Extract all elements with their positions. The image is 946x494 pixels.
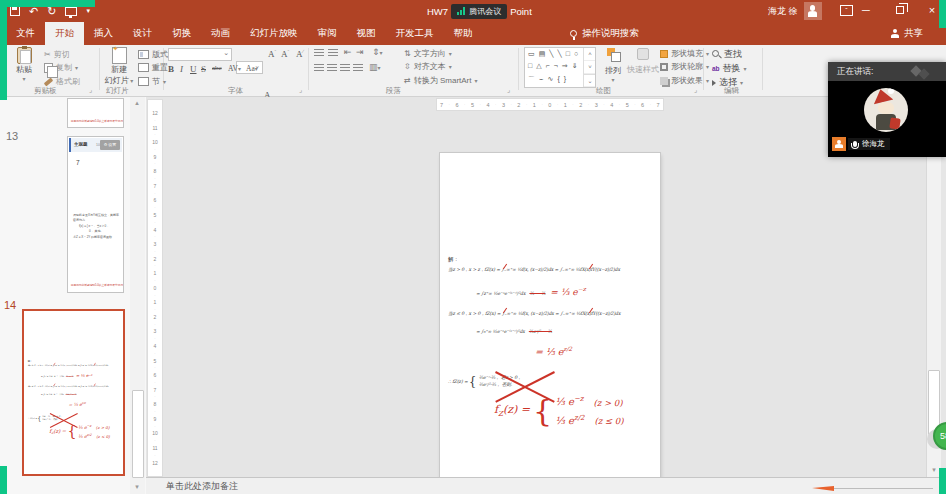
subscript-abc-icon[interactable]: abc (212, 64, 222, 72)
paste-dropdown-icon[interactable]: ▾ (22, 75, 25, 82)
find-button[interactable]: 查找 (712, 48, 742, 61)
select-dropdown-icon[interactable]: ▾ (740, 79, 743, 86)
text-direction-button[interactable]: ⇅ 文字方向 ▾ (404, 48, 452, 59)
notes-placeholder[interactable]: 单击此处添加备注 (166, 480, 238, 493)
section-dropdown-icon[interactable]: ▾ (163, 78, 166, 85)
bullets-icon[interactable] (314, 49, 324, 57)
tell-me-search[interactable]: 操作说明搜索 (570, 22, 639, 45)
shape-gallery[interactable]: ▭▤╲╲□○ □△⌐¬⇒⇓ ⌒⌣∿{} ˄ ˅ ⌄ (524, 47, 596, 88)
shape-glyph[interactable]: ⇓ (572, 62, 578, 70)
ribbon-tab[interactable]: 设计 (123, 22, 162, 45)
shape-fill-button[interactable]: 形状填充 ▾ (660, 48, 709, 59)
shape-glyph[interactable]: ▭ (528, 50, 535, 58)
ribbon-tab[interactable]: 切换 (162, 22, 201, 45)
save-icon[interactable] (10, 6, 20, 16)
shape-glyph[interactable]: } (564, 75, 566, 85)
ribbon-tab[interactable]: 开发工具 (386, 22, 444, 45)
gallery-scroll-down-icon[interactable]: ˅ (584, 61, 596, 74)
account-block[interactable]: 海龙 徐 (768, 2, 822, 20)
ribbon-tab[interactable]: 插入 (84, 22, 123, 45)
thumbnail-scroll-up-icon[interactable]: ▴ (131, 99, 143, 107)
copy-button[interactable]: 复制 ▾ (44, 62, 78, 73)
font-name-combobox[interactable] (168, 48, 232, 61)
clipboard-dialog-launcher-icon[interactable]: ⌟ (89, 86, 92, 94)
font-dialog-launcher-icon[interactable]: ⌟ (299, 86, 302, 94)
shape-glyph[interactable]: □ (528, 62, 532, 70)
thumbnail-scrollbar-thumb[interactable] (132, 390, 144, 478)
ribbon-tab[interactable]: 开始 (45, 22, 84, 45)
justify-icon[interactable] (353, 64, 363, 72)
thumbnail-slide-14-selected[interactable]: 解： 当z > 0，x > z，fZ(x) = ∫₋∞⁺∞ ½f(x, (x−z… (22, 309, 125, 476)
line-spacing-icon[interactable]: ⇕▾ (372, 47, 383, 57)
shape-glyph[interactable]: { (557, 75, 559, 85)
shape-glyph[interactable]: ⌐ (546, 62, 550, 70)
redo-icon[interactable]: ↻ (47, 6, 56, 16)
shape-glyph[interactable]: ╲ (557, 50, 561, 58)
ribbon-tab[interactable]: 幻灯片放映 (240, 22, 308, 45)
change-case-button[interactable]: Aa▾ (246, 64, 258, 73)
paragraph-dialog-launcher-icon[interactable]: ⌟ (507, 86, 510, 94)
shape-fill-dropdown-icon[interactable]: ▾ (706, 50, 709, 57)
align-text-button[interactable]: ⇳ 对齐文本 ▾ (404, 61, 452, 72)
shape-glyph[interactable]: ∿ (548, 75, 554, 85)
character-spacing-button[interactable]: AV▾ (228, 64, 241, 73)
new-slide-button[interactable]: 新建 幻灯片 ▾ (102, 47, 136, 86)
cut-button[interactable]: ✂ 剪切 (44, 49, 70, 60)
grow-font-button[interactable]: Aˆ (268, 49, 276, 59)
text-direction-dropdown-icon[interactable]: ▾ (449, 50, 452, 57)
replace-dropdown-icon[interactable]: ▾ (744, 65, 747, 72)
ribbon-tab[interactable]: 帮助 (444, 22, 483, 45)
shape-glyph[interactable]: □ (566, 50, 570, 58)
new-slide-dropdown-icon[interactable]: ▾ (129, 78, 134, 84)
tencent-meeting-pill[interactable]: 腾讯会议 (451, 4, 507, 19)
increase-indent-icon[interactable]: ⇥ (356, 47, 364, 57)
shape-glyph[interactable]: ▤ (539, 50, 546, 58)
shape-glyph[interactable]: ⇒ (562, 62, 568, 70)
shape-glyph[interactable]: ¬ (554, 62, 558, 70)
section-button[interactable]: 节 ▾ (138, 76, 166, 87)
italic-button[interactable]: I (180, 64, 183, 74)
shape-outline-button[interactable]: 形状轮廓 ▾ (660, 61, 709, 72)
ribbon-tab[interactable]: 动画 (201, 22, 240, 45)
thumbnail-slide-12[interactable]: 如需使用此试题请到5.0以上版本雨课堂使用 (67, 98, 124, 128)
question-settings-button[interactable]: ⚙ 设置 (100, 140, 120, 150)
columns-icon[interactable]: ▥▾ (369, 62, 381, 72)
gallery-more-icon[interactable]: ⌄ (584, 74, 596, 87)
align-center-icon[interactable] (327, 64, 337, 72)
reset-button[interactable]: 重置 (138, 62, 168, 73)
start-slideshow-icon[interactable] (65, 7, 77, 16)
gallery-scroll-up-icon[interactable]: ˄ (584, 48, 596, 61)
slide-editing-surface[interactable]: 解： 当z > 0，x > z，fZ(x) = ∫₋∞⁺∞ ½f(x, (x−z… (440, 153, 660, 494)
thumbnail-scroll-down-icon[interactable]: ▾ (131, 483, 143, 491)
quick-styles-button[interactable]: 快速样式 (626, 48, 660, 75)
clear-formatting-button[interactable]: A∕ (296, 49, 303, 59)
shape-glyph[interactable]: △ (536, 62, 541, 70)
align-right-icon[interactable] (340, 64, 350, 72)
arrange-button[interactable]: 排列 ▾ (600, 48, 626, 83)
align-text-dropdown-icon[interactable]: ▾ (449, 63, 452, 70)
replace-button[interactable]: ab 替换 ▾ (712, 62, 747, 75)
decrease-indent-icon[interactable]: ⇤ (344, 47, 352, 57)
shape-effects-dropdown-icon[interactable]: ▾ (706, 77, 709, 84)
ribbon-tab[interactable]: 文件 (6, 22, 45, 45)
account-avatar[interactable] (804, 2, 822, 20)
drawing-dialog-launcher-icon[interactable]: ⌟ (694, 86, 697, 94)
convert-smartart-button[interactable]: ⇄ 转换为 SmartArt ▾ (404, 75, 478, 86)
shape-glyph[interactable]: ╲ (549, 50, 553, 58)
align-left-icon[interactable] (314, 64, 324, 72)
bold-button[interactable]: B (168, 64, 174, 74)
thumbnail-slide-13[interactable]: 主观题 10分 ⚙ 设置 7 设随机变量X与Y相互独立，其概率密度均为 f(x)… (67, 136, 124, 293)
shape-glyph[interactable]: ⌣ (539, 75, 544, 85)
underline-button[interactable]: U (190, 64, 197, 74)
shape-effects-button[interactable]: 形状效果 ▾ (660, 75, 709, 86)
strikethrough-button[interactable]: S (201, 64, 206, 74)
shrink-font-button[interactable]: Aˇ (281, 49, 289, 59)
smartart-dropdown-icon[interactable]: ▾ (474, 77, 477, 84)
meeting-video-overlay[interactable]: 正在讲话: 徐海龙 (828, 62, 946, 157)
shape-glyph[interactable]: ○ (574, 50, 578, 58)
paste-button[interactable]: 粘贴 ▾ (8, 47, 40, 82)
share-button[interactable]: 共享 (890, 22, 923, 45)
minimize-button[interactable]: ─ (852, 0, 880, 20)
undo-icon[interactable]: ↶ (29, 6, 38, 16)
shape-outline-dropdown-icon[interactable]: ▾ (706, 63, 709, 70)
